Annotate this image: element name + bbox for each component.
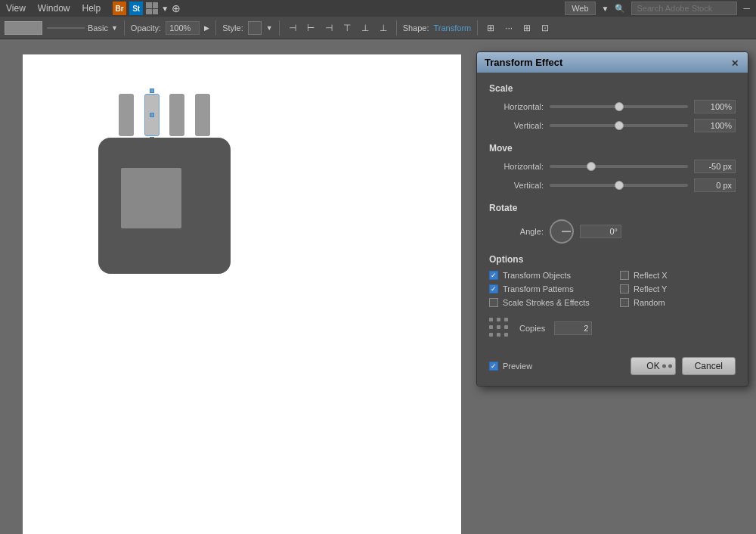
cancel-button[interactable]: Cancel: [682, 357, 736, 375]
align-center-vert-icon[interactable]: ⊥: [358, 21, 372, 35]
align-top-icon[interactable]: ⊤: [340, 21, 354, 35]
menu-help[interactable]: Help: [82, 3, 101, 14]
move-horiz-track[interactable]: [550, 165, 688, 168]
dialog-close-button[interactable]: ✕: [731, 58, 740, 67]
scale-section: Scale Horizontal: Vertical:: [489, 83, 736, 132]
align-center-horiz-icon[interactable]: ⊢: [304, 21, 318, 35]
notebook-rings: [98, 94, 231, 136]
ring-1: [119, 94, 134, 136]
move-vert-track[interactable]: [550, 184, 688, 187]
align-bottom-icon[interactable]: ⊥: [376, 21, 390, 35]
preview-checkbox[interactable]: [489, 362, 498, 371]
reflect-x-row: Reflect X: [620, 271, 736, 280]
ok-button[interactable]: OK: [631, 357, 675, 375]
menu-view[interactable]: View: [6, 3, 26, 14]
copies-input[interactable]: [554, 321, 592, 335]
web-arrow[interactable]: ▼: [602, 5, 609, 13]
dialog-title: Transform Effect: [485, 57, 562, 68]
move-horiz-value[interactable]: [694, 160, 736, 173]
workspace-arrow[interactable]: ▼: [161, 5, 169, 13]
search-icon: 🔍: [615, 4, 625, 14]
stroke-basic-label: Basic: [88, 23, 108, 33]
opacity-input[interactable]: [166, 21, 200, 35]
top-right: Web ▼ 🔍 ─: [565, 2, 750, 15]
scale-vert-label: Vertical:: [489, 121, 544, 130]
move-section: Move Horizontal: Vertical:: [489, 143, 736, 192]
scale-vert-value[interactable]: [694, 119, 736, 132]
options-grid: Transform Objects Reflect X Transform Pa…: [489, 271, 736, 307]
random-row: Random: [620, 298, 736, 307]
opacity-label: Opacity:: [131, 23, 161, 33]
menu-bar: View Window Help Br St ▼ ⊕ Web ▼ 🔍 ─: [0, 0, 756, 17]
rotate-row: Angle:: [489, 219, 736, 244]
copies-row: Copies: [489, 318, 736, 339]
move-vert-thumb[interactable]: [615, 181, 624, 190]
scale-horizontal-row: Horizontal:: [489, 100, 736, 113]
extra-icon[interactable]: ⊡: [538, 21, 552, 35]
scale-strokes-checkbox[interactable]: [489, 298, 498, 307]
reflect-x-checkbox[interactable]: [620, 271, 629, 280]
reflect-x-label: Reflect X: [634, 271, 668, 280]
stroke-arrow[interactable]: ▼: [111, 24, 118, 32]
opacity-arrow[interactable]: ▶: [204, 24, 209, 32]
preview-label: Preview: [503, 362, 532, 371]
reflect-y-row: Reflect Y: [620, 284, 736, 293]
transform-objects-row: Transform Objects: [489, 271, 605, 280]
align-right-icon[interactable]: ⊣: [322, 21, 336, 35]
canvas-white: [23, 54, 461, 534]
transform-patterns-checkbox[interactable]: [489, 284, 498, 293]
stroke-preview: Basic ▼: [47, 23, 118, 33]
grid-icon[interactable]: ⊞: [520, 21, 534, 35]
options-section: Options Transform Objects Reflect X Tran…: [489, 254, 736, 307]
ring-3: [169, 94, 184, 136]
transform-objects-label: Transform Objects: [503, 271, 571, 280]
scale-vert-thumb[interactable]: [615, 121, 624, 130]
random-checkbox[interactable]: [620, 298, 629, 307]
move-horizontal-row: Horizontal:: [489, 160, 736, 173]
color-swatch[interactable]: [5, 21, 42, 35]
footer-buttons: OK Cancel: [631, 357, 736, 375]
scale-strokes-row: Scale Strokes & Effects: [489, 298, 605, 307]
angle-dial[interactable]: [550, 219, 574, 244]
sep5: [477, 20, 478, 36]
style-label: Style:: [222, 23, 243, 33]
move-vert-label: Vertical:: [489, 181, 544, 190]
transform-icon[interactable]: ⊞: [484, 21, 497, 35]
scale-horiz-thumb[interactable]: [615, 102, 624, 111]
search-input[interactable]: [631, 2, 737, 15]
sep1: [124, 20, 125, 36]
toolbar: Basic ▼ Opacity: ▶ Style: ▼ ⊣ ⊢ ⊣ ⊤ ⊥ ⊥ …: [0, 17, 756, 39]
move-vert-value[interactable]: [694, 179, 736, 192]
more-icon[interactable]: ···: [502, 21, 516, 35]
bridge-icon[interactable]: Br: [113, 2, 126, 15]
minimize-button[interactable]: ─: [743, 3, 750, 14]
workspace-icon[interactable]: [146, 2, 158, 14]
scale-strokes-label: Scale Strokes & Effects: [503, 298, 590, 307]
stock-icon[interactable]: St: [129, 2, 143, 15]
dialog-body: Scale Horizontal: Vertical: Move Horizon: [477, 73, 748, 349]
copies-label: Copies: [519, 324, 545, 333]
scale-vert-track[interactable]: [550, 124, 688, 127]
scale-horiz-track[interactable]: [550, 105, 688, 108]
scale-horiz-value[interactable]: [694, 100, 736, 113]
move-vertical-row: Vertical:: [489, 179, 736, 192]
move-horiz-thumb[interactable]: [587, 162, 596, 171]
transform-effect-dialog: Transform Effect ✕ Scale Horizontal: Ver…: [476, 51, 748, 387]
style-arrow[interactable]: ▼: [266, 24, 273, 32]
style-preview[interactable]: [248, 21, 262, 35]
web-button[interactable]: Web: [565, 2, 595, 15]
scale-title: Scale: [489, 83, 736, 94]
arrange-icon[interactable]: ⊕: [172, 2, 181, 14]
align-horiz-icon[interactable]: ⊣: [286, 21, 299, 35]
sep2: [215, 20, 216, 36]
transform-objects-checkbox[interactable]: [489, 271, 498, 280]
shape-value: Transform: [434, 23, 472, 33]
sep4: [396, 20, 397, 36]
angle-label: Angle:: [489, 227, 544, 236]
menu-window[interactable]: Window: [38, 3, 70, 14]
move-title: Move: [489, 143, 736, 154]
options-title: Options: [489, 254, 736, 265]
reflect-y-checkbox[interactable]: [620, 284, 629, 293]
angle-value[interactable]: [580, 225, 621, 238]
transform-patterns-label: Transform Patterns: [503, 284, 574, 293]
